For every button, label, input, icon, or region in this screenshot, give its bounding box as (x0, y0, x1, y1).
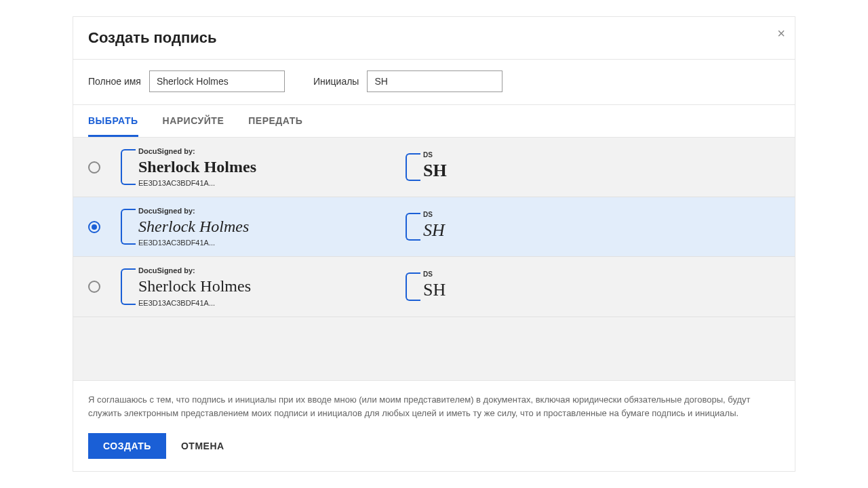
tab-draw[interactable]: НАРИСУЙТЕ (163, 105, 224, 137)
initials-preview: DSSH (406, 151, 487, 183)
signature-text: Sherlock Holmes (138, 157, 406, 178)
agreement-text: Я соглашаюсь с тем, что подпись и инициа… (88, 393, 780, 420)
modal-header: Создать подпись × (73, 17, 795, 60)
close-icon[interactable]: × (777, 26, 785, 40)
bracket-icon (406, 153, 414, 181)
signature-text: Sherlock Holmes (138, 216, 406, 237)
create-signature-modal: Создать подпись × Полное имя Инициалы ВЫ… (73, 16, 795, 472)
bracket-icon (121, 209, 129, 245)
signature-hash: EE3D13AC3BDF41A... (138, 299, 406, 307)
signature-text: Sherlock Holmes (138, 276, 406, 297)
signature-style-option[interactable]: DocuSigned by:Sherlock HolmesEE3D13AC3BD… (73, 138, 795, 197)
tabs: ВЫБРАТЬ НАРИСУЙТЕ ПЕРЕДАТЬ (73, 105, 795, 138)
cancel-button[interactable]: ОТМЕНА (181, 441, 224, 451)
modal-title: Создать подпись (88, 29, 780, 47)
bracket-icon (121, 268, 129, 304)
docusigned-by-label: DocuSigned by: (138, 147, 406, 155)
tab-upload[interactable]: ПЕРЕДАТЬ (248, 105, 302, 137)
signature-preview: DocuSigned by:Sherlock HolmesEE3D13AC3BD… (121, 266, 406, 306)
create-button[interactable]: СОЗДАТЬ (88, 433, 166, 459)
initials-input[interactable] (367, 70, 502, 92)
bracket-icon (406, 272, 414, 300)
initials-preview: DSSH (406, 211, 487, 243)
initials-preview: DSSH (406, 270, 487, 302)
initials-text: SH (423, 159, 487, 183)
name-form-row: Полное имя Инициалы (73, 60, 795, 105)
signature-style-option[interactable]: DocuSigned by:Sherlock HolmesEE3D13AC3BD… (73, 257, 795, 317)
signature-styles-list[interactable]: DocuSigned by:Sherlock HolmesEE3D13AC3BD… (73, 138, 795, 380)
signature-preview: DocuSigned by:Sherlock HolmesEE3D13AC3BD… (121, 147, 406, 187)
ds-label: DS (423, 270, 487, 278)
full-name-label: Полное имя (88, 76, 141, 87)
initials-text: SH (423, 218, 487, 243)
initials-label: Инициалы (313, 76, 359, 87)
docusigned-by-label: DocuSigned by: (138, 207, 406, 215)
signature-hash: EE3D13AC3BDF41A... (138, 179, 406, 187)
radio-icon[interactable] (88, 161, 100, 174)
initials-text: SH (423, 278, 487, 302)
radio-icon[interactable] (88, 221, 100, 233)
radio-icon[interactable] (88, 281, 100, 293)
bracket-icon (121, 149, 129, 185)
signature-preview: DocuSigned by:Sherlock HolmesEE3D13AC3BD… (121, 207, 406, 247)
docusigned-by-label: DocuSigned by: (138, 266, 406, 274)
ds-label: DS (423, 211, 487, 218)
button-row: СОЗДАТЬ ОТМЕНА (88, 433, 780, 459)
ds-label: DS (423, 151, 487, 159)
signature-style-option[interactable]: DocuSigned by:Sherlock HolmesEE3D13AC3BD… (73, 197, 795, 257)
bracket-icon (406, 213, 414, 241)
full-name-input[interactable] (149, 70, 285, 92)
modal-footer: Я соглашаюсь с тем, что подпись и инициа… (73, 380, 795, 471)
tab-choose[interactable]: ВЫБРАТЬ (88, 105, 138, 137)
signature-hash: EE3D13AC3BDF41A... (138, 239, 406, 247)
